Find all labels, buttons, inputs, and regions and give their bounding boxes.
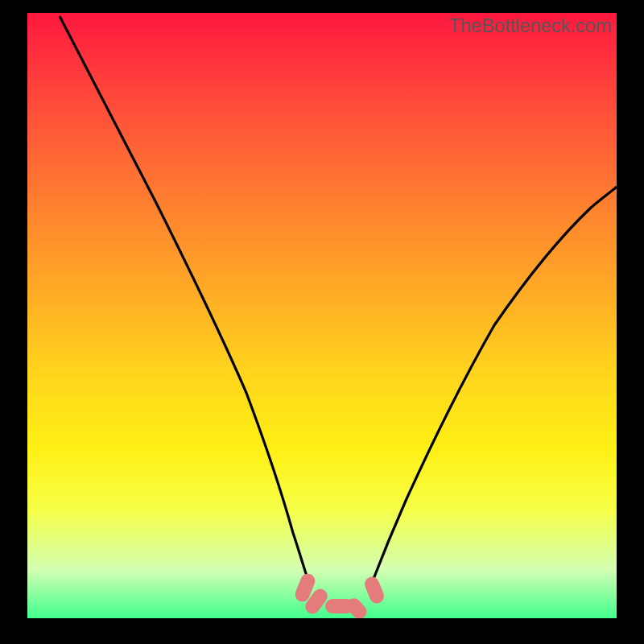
svg-rect-4 bbox=[362, 575, 386, 605]
trough-marker-group bbox=[293, 572, 386, 618]
watermark-text: TheBottleneck.com bbox=[449, 14, 612, 37]
chart-plot-area bbox=[27, 13, 617, 618]
right-curve bbox=[372, 187, 617, 583]
chart-curves bbox=[27, 13, 617, 618]
left-curve bbox=[60, 16, 311, 588]
svg-rect-3 bbox=[344, 596, 369, 618]
